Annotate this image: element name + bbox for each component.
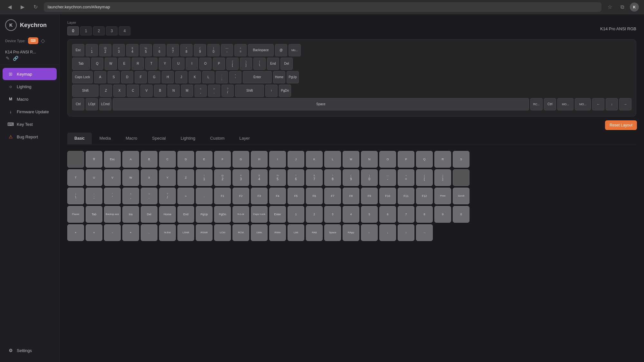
key-rshift[interactable]: Shift <box>235 85 264 97</box>
grid-key-l[interactable]: L <box>324 151 341 168</box>
grid-key-5[interactable]: %5 <box>269 169 286 186</box>
tab-layer[interactable]: Layer <box>232 133 257 144</box>
key-j[interactable]: J <box>175 71 187 83</box>
grid-key-h[interactable]: H <box>251 151 268 168</box>
grid-key-numdot[interactable]: . <box>141 224 157 241</box>
key-l[interactable]: L <box>202 71 214 83</box>
grid-key-backslash[interactable]: |\ <box>67 188 84 204</box>
grid-key-left[interactable]: ← <box>361 224 378 241</box>
grid-key-r[interactable]: R <box>434 151 451 168</box>
grid-key-slash[interactable]: ?/ <box>159 188 176 204</box>
grid-key-period[interactable]: >. <box>141 188 157 204</box>
key-d[interactable]: D <box>121 71 133 83</box>
key-right[interactable]: → <box>619 98 631 110</box>
key-i[interactable]: I <box>186 58 198 70</box>
grid-key-rbracket[interactable]: }] <box>434 169 451 186</box>
key-down[interactable]: ↓ <box>606 98 618 110</box>
grid-key-lctrl[interactable]: LCtrl <box>214 224 231 241</box>
key-semicolon[interactable]: :; <box>216 71 228 83</box>
reset-layout-button[interactable]: Reset Layout <box>605 120 637 130</box>
grid-key-capslock[interactable]: Caps Lock <box>251 206 268 223</box>
grid-key-t[interactable]: T <box>67 169 84 186</box>
grid-key-nabla[interactable]: ∇ <box>86 151 102 168</box>
grid-key-lalt[interactable]: LAlt <box>288 224 304 241</box>
grid-key-numplus[interactable]: + <box>122 224 139 241</box>
grid-key-equals[interactable]: += <box>398 169 414 186</box>
grid-key-f12[interactable]: F12 <box>416 188 433 204</box>
key-equals[interactable]: += <box>234 44 247 56</box>
grid-key-num3[interactable]: 3 <box>324 206 341 223</box>
grid-key-end[interactable]: End <box>177 206 194 223</box>
grid-key-4[interactable]: $4 <box>251 169 268 186</box>
grid-key-equals2[interactable]: = <box>177 188 194 204</box>
grid-key-empty[interactable] <box>67 151 84 168</box>
layer-tab-2[interactable]: 2 <box>93 26 105 35</box>
grid-key-home[interactable]: Home <box>159 206 176 223</box>
grid-key-comma2[interactable]: , <box>196 188 213 204</box>
key-comma[interactable]: <, <box>194 85 207 97</box>
key-z[interactable]: Z <box>100 85 112 97</box>
grid-key-lshift[interactable]: LShift <box>177 224 194 241</box>
key-mo1[interactable]: MO... <box>557 98 573 110</box>
grid-key-n[interactable]: N <box>361 151 378 168</box>
grid-key-pgup[interactable]: PgUp <box>196 206 213 223</box>
key-lcmd[interactable]: LCmd <box>99 98 111 110</box>
key-lbracket[interactable]: {[ <box>226 58 239 70</box>
layer-tab-1[interactable]: 1 <box>80 26 92 35</box>
grid-key-g[interactable]: G <box>232 151 249 168</box>
device-edit-btn[interactable]: ✎ <box>6 56 10 61</box>
grid-key-3[interactable]: #3 <box>232 169 249 186</box>
key-end[interactable]: End <box>267 58 279 70</box>
grid-key-backspace[interactable]: Backsp ace <box>104 206 121 223</box>
tab-custom[interactable]: Custom <box>203 133 232 144</box>
key-9[interactable]: (9 <box>194 44 206 56</box>
grid-key-f8[interactable]: F8 <box>343 188 359 204</box>
grid-key-u[interactable]: U <box>86 169 102 186</box>
sidebar-item-macro[interactable]: M Macro <box>3 93 57 105</box>
key-capslock[interactable]: Caps Lock <box>72 71 93 83</box>
grid-key-i[interactable]: I <box>269 151 286 168</box>
key-r[interactable]: R <box>132 58 144 70</box>
tab-basic[interactable]: Basic <box>67 133 92 144</box>
grid-key-x[interactable]: X <box>141 169 157 186</box>
key-u[interactable]: U <box>172 58 185 70</box>
grid-key-tab[interactable]: Tab <box>86 206 102 223</box>
grid-key-plus[interactable]: + <box>67 224 84 241</box>
key-rc[interactable]: RC... <box>530 98 543 110</box>
grid-key-num8[interactable]: 8 <box>416 206 433 223</box>
key-home[interactable]: Home <box>273 71 285 83</box>
key-4[interactable]: $4 <box>126 44 138 56</box>
layer-tab-0[interactable]: 0 <box>67 26 79 35</box>
grid-key-space[interactable]: Space <box>324 224 341 241</box>
forward-button[interactable]: ▶ <box>18 3 27 12</box>
sidebar-item-keymap[interactable]: ⊞ Keymap <box>3 68 57 80</box>
bookmark-button[interactable]: ☆ <box>605 3 614 12</box>
grid-key-rapp[interactable]: RApp <box>343 224 359 241</box>
key-g[interactable]: G <box>148 71 160 83</box>
grid-key-ins[interactable]: Ins <box>122 206 139 223</box>
key-2[interactable]: @2 <box>99 44 111 56</box>
grid-key-7[interactable]: &7 <box>306 169 323 186</box>
key-pgdn[interactable]: PgDn <box>279 85 291 97</box>
key-t[interactable]: T <box>145 58 157 70</box>
grid-key-v[interactable]: V <box>104 169 121 186</box>
grid-key-z[interactable]: Z <box>177 169 194 186</box>
grid-key-c[interactable]: C <box>159 151 176 168</box>
grid-key-d[interactable]: D <box>177 151 194 168</box>
key-5[interactable]: %5 <box>140 44 152 56</box>
key-k[interactable]: K <box>189 71 201 83</box>
grid-key-w[interactable]: W <box>122 169 139 186</box>
grid-key-numinus[interactable]: − <box>104 224 121 241</box>
key-c[interactable]: C <box>127 85 139 97</box>
grid-key-8[interactable]: *8 <box>324 169 341 186</box>
grid-key-comma[interactable]: <, <box>122 188 139 204</box>
key-6[interactable]: ^6 <box>153 44 166 56</box>
grid-key-num2[interactable]: 2 <box>306 206 323 223</box>
key-o[interactable]: O <box>199 58 212 70</box>
grid-key-scroll[interactable]: Scroll <box>453 188 469 204</box>
grid-key-lwin[interactable]: LWin <box>251 224 268 241</box>
grid-key-rwin[interactable]: RWin <box>269 224 286 241</box>
grid-key-6[interactable]: ^6 <box>288 169 304 186</box>
layer-tab-3[interactable]: 3 <box>106 26 118 35</box>
grid-key-m[interactable]: M <box>343 151 359 168</box>
